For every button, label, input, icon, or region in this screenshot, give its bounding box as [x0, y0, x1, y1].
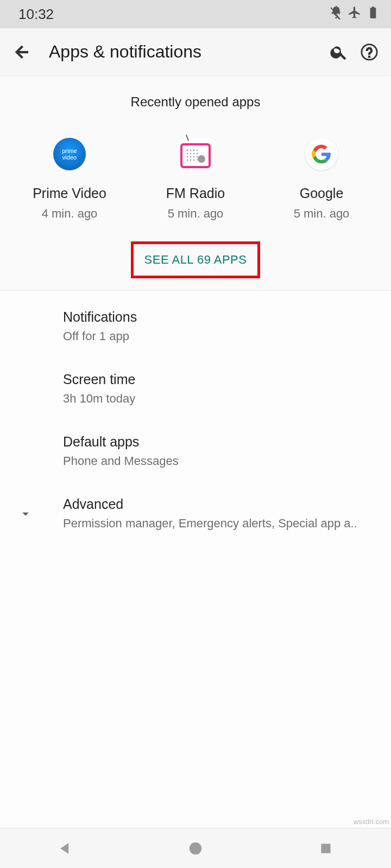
- setting-screen-time[interactable]: Screen time 3h 10m today: [0, 358, 391, 420]
- recent-app-name: Google: [264, 186, 379, 201]
- triangle-back-icon: [57, 840, 73, 857]
- page-title: Apps & notifications: [37, 42, 324, 62]
- see-all-apps-button[interactable]: SEE ALL 69 APPS: [134, 244, 258, 276]
- recent-apps-section: Recently opened apps Prime Video 4 min. …: [0, 76, 391, 291]
- nav-recents-button[interactable]: [293, 841, 358, 856]
- setting-title: Advanced: [63, 496, 380, 512]
- recent-app-prime-video[interactable]: Prime Video 4 min. ago: [12, 138, 127, 221]
- settings-list: Notifications Off for 1 app Screen time …: [0, 291, 391, 545]
- back-button[interactable]: [7, 43, 37, 61]
- status-icons: [329, 5, 380, 23]
- chevron-down-icon: [16, 505, 35, 523]
- recent-app-time: 5 min. ago: [264, 207, 379, 221]
- setting-title: Screen time: [63, 372, 380, 387]
- circle-home-icon: [187, 840, 204, 857]
- app-bar: Apps & notifications: [0, 28, 391, 76]
- watermark: wsxdn.com: [354, 818, 389, 826]
- setting-title: Notifications: [63, 309, 380, 325]
- setting-subtitle: Phone and Messages: [63, 454, 380, 468]
- google-icon: [305, 138, 338, 170]
- setting-subtitle: Off for 1 app: [63, 329, 380, 343]
- back-arrow-icon: [12, 43, 31, 61]
- help-button[interactable]: [354, 43, 384, 61]
- setting-title: Default apps: [63, 434, 380, 450]
- setting-notifications[interactable]: Notifications Off for 1 app: [0, 295, 391, 358]
- fm-radio-icon: [179, 138, 212, 170]
- recent-app-google[interactable]: Google 5 min. ago: [264, 138, 379, 221]
- battery-icon: [366, 5, 380, 23]
- recent-apps-row: Prime Video 4 min. ago FM Radio 5 min. a…: [0, 110, 391, 237]
- recent-app-name: Prime Video: [12, 186, 127, 201]
- square-recents-icon: [319, 841, 333, 856]
- recent-app-fm-radio[interactable]: FM Radio 5 min. ago: [138, 138, 253, 221]
- setting-subtitle: 3h 10m today: [63, 392, 380, 406]
- status-bar: 10:32: [0, 0, 391, 28]
- setting-default-apps[interactable]: Default apps Phone and Messages: [0, 420, 391, 482]
- svg-rect-1: [321, 844, 330, 853]
- nav-back-button[interactable]: [33, 840, 98, 857]
- search-button[interactable]: [324, 43, 354, 61]
- help-icon: [360, 43, 379, 61]
- recent-app-time: 4 min. ago: [12, 207, 127, 221]
- recent-apps-header: Recently opened apps: [0, 94, 391, 110]
- setting-subtitle: Permission manager, Emergency alerts, Sp…: [63, 516, 380, 531]
- prime-video-icon: [53, 138, 86, 170]
- setting-advanced[interactable]: Advanced Permission manager, Emergency a…: [0, 482, 391, 545]
- svg-point-0: [190, 842, 202, 854]
- recent-app-name: FM Radio: [138, 186, 253, 201]
- recent-app-time: 5 min. ago: [138, 207, 253, 221]
- nav-home-button[interactable]: [163, 840, 228, 857]
- status-time: 10:32: [18, 6, 54, 23]
- airplane-icon: [348, 5, 362, 23]
- dnd-off-icon: [329, 5, 343, 23]
- system-nav-bar: [0, 828, 391, 868]
- see-all-wrap: SEE ALL 69 APPS: [0, 237, 391, 290]
- annotation-highlight: SEE ALL 69 APPS: [131, 241, 261, 278]
- search-icon: [330, 43, 348, 61]
